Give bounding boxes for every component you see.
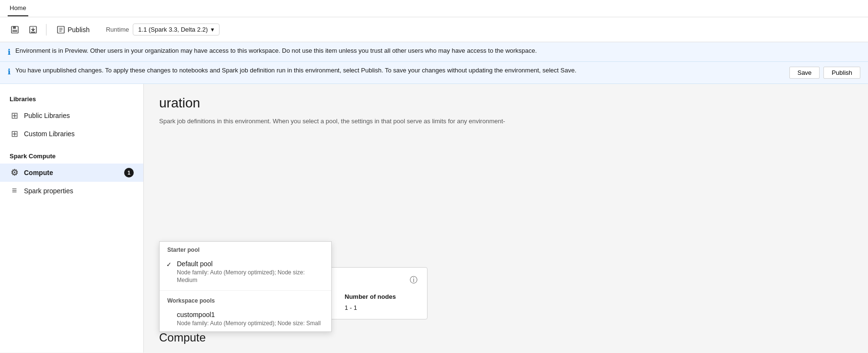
spark-properties-icon: ≡ (10, 186, 19, 196)
info-icon: ℹ (8, 47, 11, 57)
publish-button[interactable]: Publish (52, 23, 94, 36)
default-pool-name: Default pool (177, 260, 324, 268)
banner-save-button[interactable]: Save (789, 67, 820, 79)
main-layout: Libraries ⊞ Public Libraries ⊞ Custom Li… (0, 84, 868, 353)
top-bar: Home (0, 0, 868, 17)
home-tab[interactable]: Home (8, 0, 28, 16)
runtime-label: Runtime (106, 26, 129, 33)
save-button[interactable] (8, 23, 22, 37)
runtime-selector[interactable]: 1.1 (Spark 3.3, Delta 2.2) ▾ (133, 24, 219, 35)
toolbar-divider (46, 24, 46, 35)
num-nodes-value: 1 - 1 (345, 304, 417, 311)
toolbar: Publish Runtime 1.1 (Spark 3.3, Delta 2.… (0, 17, 868, 42)
sidebar-item-public-libraries[interactable]: ⊞ Public Libraries (0, 106, 143, 125)
checkmark-icon: ✓ (166, 261, 172, 268)
starter-pool-section-label: Starter pool (160, 242, 331, 256)
default-pool-desc: Node family: Auto (Memory optimized); No… (177, 269, 324, 285)
dropdown-item-custompool1[interactable]: custompool1 Node family: Auto (Memory op… (160, 307, 331, 331)
banner-publish-button[interactable]: Publish (823, 67, 860, 79)
sidebar-item-compute[interactable]: ⚙ Compute 1 (0, 164, 143, 182)
sidebar-item-custom-libraries[interactable]: ⊞ Custom Libraries (0, 125, 143, 143)
banner-actions: Save Publish (789, 67, 860, 79)
custom-libraries-icon: ⊞ (10, 129, 19, 139)
dropdown-divider (160, 290, 331, 291)
dropdown-item-default-pool[interactable]: ✓ Default pool Node family: Auto (Memory… (160, 256, 331, 289)
libraries-section-title: Libraries (0, 94, 143, 106)
unpublished-banner-text: You have unpublished changes. To apply t… (15, 67, 577, 74)
page-title: uration (159, 95, 853, 111)
preview-banner: ℹ Environment is in Preview. Other users… (0, 42, 868, 62)
num-nodes-label: Number of nodes (345, 293, 417, 300)
sidebar-item-spark-properties[interactable]: ≡ Spark properties (0, 182, 143, 200)
spark-compute-section-title: Spark Compute (0, 151, 143, 164)
runtime-chevron-icon: ▾ (211, 26, 214, 33)
runtime-value: 1.1 (Spark 3.3, Delta 2.2) (138, 26, 208, 33)
custom-libraries-label: Custom Libraries (24, 130, 75, 138)
public-libraries-icon: ⊞ (10, 110, 19, 121)
custompool1-desc: Node family: Auto (Memory optimized); No… (177, 319, 324, 328)
svg-rect-2 (12, 30, 17, 32)
workspace-pools-section-label: Workspace pools (160, 293, 331, 307)
content-area: uration Spark job definitions in this en… (144, 84, 868, 353)
unpublished-banner: ℹ You have unpublished changes. To apply… (0, 62, 868, 84)
compute-badge: 1 (124, 168, 134, 177)
pool-dropdown: Starter pool ✓ Default pool Node family:… (159, 241, 332, 332)
public-libraries-label: Public Libraries (24, 112, 70, 119)
svg-rect-1 (13, 26, 16, 29)
compute-icon: ⚙ (10, 167, 19, 178)
custompool1-name: custompool1 (177, 311, 324, 318)
pool-details-info-icon[interactable]: ⓘ (410, 275, 417, 285)
page-description: Spark job definitions in this environmen… (159, 117, 853, 126)
info-icon-2: ℹ (8, 67, 11, 76)
preview-banner-text: Environment is in Preview. Other users i… (15, 47, 537, 54)
sidebar: Libraries ⊞ Public Libraries ⊞ Custom Li… (0, 84, 144, 353)
spark-properties-label: Spark properties (24, 187, 73, 195)
export-button[interactable] (26, 23, 40, 37)
pool-selector-wrapper: Starter pool ✓ Default pool Node family:… (159, 241, 853, 258)
compute-section-title: Compute (159, 331, 853, 344)
compute-label: Compute (24, 169, 53, 176)
